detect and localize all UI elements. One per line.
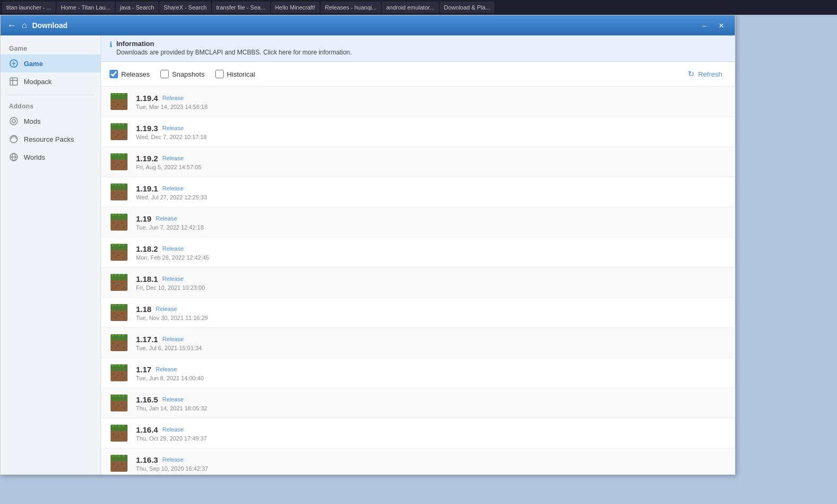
svg-rect-69	[117, 254, 119, 256]
svg-rect-33	[118, 154, 121, 155]
svg-rect-115	[115, 377, 116, 379]
filter-snapshots[interactable]: Snapshots	[160, 70, 204, 78]
sidebar-item-modpack[interactable]: Modpack	[1, 72, 101, 90]
sidebar-item-resource-packs[interactable]: Resource Packs	[1, 130, 101, 148]
refresh-button[interactable]: ↻ Refresh	[684, 67, 726, 81]
version-item[interactable]: 1.19.2 Release Fri, Aug 5, 2022 14:57:05	[101, 147, 735, 177]
svg-rect-59	[121, 222, 123, 224]
svg-rect-98	[115, 334, 116, 336]
svg-rect-71	[115, 256, 116, 258]
sidebar-item-game[interactable]: Game	[1, 54, 101, 72]
version-type: Release	[156, 215, 177, 222]
sidebar-item-worlds[interactable]: Worlds	[1, 148, 101, 166]
version-info: 1.19.1 Release Wed, Jul 27, 2022 12:25:3…	[136, 184, 207, 200]
back-button[interactable]: ←	[7, 20, 16, 31]
svg-rect-15	[121, 102, 123, 103]
version-item[interactable]: 1.16.4 Release Thu, Oct 29, 2020 17:49:3…	[101, 418, 735, 448]
svg-rect-50	[123, 196, 125, 198]
version-info: 1.17 Release Tue, Jun 8, 2021 14:00:40	[136, 365, 204, 381]
version-item[interactable]: 1.18.1 Release Fri, Dec 10, 2021 10:23:0…	[101, 268, 735, 298]
version-item[interactable]: 1.17 Release Tue, Jun 8, 2021 14:00:40	[101, 358, 735, 388]
svg-rect-112	[113, 373, 114, 374]
version-item[interactable]: 1.19.3 Release Wed, Dec 7, 2022 10:17:18	[101, 117, 735, 147]
version-date: Thu, Jan 14, 2021 18:05:32	[136, 405, 207, 411]
svg-rect-124	[117, 405, 119, 407]
svg-rect-145	[113, 463, 114, 465]
svg-rect-105	[123, 347, 125, 349]
main-content: ℹ Information Downloads are provided by …	[101, 35, 735, 474]
info-banner[interactable]: ℹ Information Downloads are provided by …	[101, 35, 735, 62]
taskbar-tab-9[interactable]: Download & Pla...	[440, 2, 494, 13]
sidebar-item-game-label: Game	[24, 60, 43, 68]
taskbar-tab-6[interactable]: Hello Minecraft!	[271, 2, 320, 13]
taskbar-tab-3[interactable]: java - Search	[116, 2, 159, 13]
refresh-label: Refresh	[698, 70, 722, 78]
svg-rect-22	[118, 124, 121, 125]
taskbar-tab-4[interactable]: ShareX - Search	[159, 2, 211, 13]
home-button[interactable]: ⌂	[22, 21, 27, 30]
sidebar-item-mods-label: Mods	[24, 117, 41, 125]
info-body: Downloads are provided by BMCLAPI and MC…	[116, 48, 352, 57]
sidebar-item-mods[interactable]: Mods	[1, 112, 101, 130]
version-info: 1.16.3 Release Thu, Sep 10, 2020 16:42:3…	[136, 455, 208, 472]
svg-rect-78	[122, 274, 124, 276]
version-info: 1.18.2 Release Mon, Feb 28, 2022 12:42:4…	[136, 244, 209, 261]
releases-checkbox[interactable]	[110, 70, 118, 78]
version-name-row: 1.17.1 Release	[136, 335, 202, 344]
svg-rect-54	[115, 214, 116, 216]
filter-historical[interactable]: Historical	[215, 70, 255, 78]
mods-icon	[9, 116, 19, 126]
version-info: 1.17.1 Release Tue, Jul 6, 2021 15:01:34	[136, 335, 202, 351]
refresh-icon: ↻	[688, 69, 695, 79]
svg-rect-48	[121, 192, 123, 194]
svg-rect-28	[123, 136, 125, 138]
version-item[interactable]: 1.17.1 Release Tue, Jul 6, 2021 15:01:34	[101, 328, 735, 358]
version-item[interactable]: 1.16.5 Release Thu, Jan 14, 2021 18:05:3…	[101, 388, 735, 418]
version-item[interactable]: 1.19 Release Tue, Jun 7, 2022 12:42:18	[101, 207, 735, 237]
version-icon	[110, 393, 129, 413]
svg-rect-99	[118, 335, 121, 336]
close-button[interactable]: ✕	[714, 20, 729, 31]
svg-rect-9	[112, 94, 114, 95]
taskbar-tab-7[interactable]: Releases - huanqi...	[321, 2, 381, 13]
version-info: 1.19.3 Release Wed, Dec 7, 2022 10:17:18	[136, 124, 207, 140]
svg-rect-83	[123, 287, 125, 288]
info-title: Information	[116, 40, 352, 48]
taskbar-tab-8[interactable]: android emulator...	[382, 2, 439, 13]
version-item[interactable]: 1.18 Release Tue, Nov 30, 2021 11:16:29	[101, 298, 735, 328]
version-number: 1.19.3	[136, 124, 158, 133]
version-item[interactable]: 1.19.4 Release Tue, Mar 14, 2023 14:56:1…	[101, 87, 735, 117]
version-item[interactable]: 1.16.3 Release Thu, Sep 10, 2020 16:42:3…	[101, 448, 735, 474]
version-name-row: 1.16.3 Release	[136, 455, 208, 464]
taskbar-tab-5[interactable]: transfer file - Sea...	[212, 2, 270, 13]
svg-rect-45	[122, 184, 124, 186]
version-icon	[110, 363, 129, 382]
svg-rect-133	[122, 425, 124, 427]
version-icon	[110, 454, 129, 473]
filter-releases[interactable]: Releases	[110, 70, 150, 78]
historical-checkbox[interactable]	[215, 70, 224, 78]
svg-rect-102	[117, 345, 119, 346]
minimize-button[interactable]: –	[697, 20, 712, 31]
svg-rect-10	[115, 93, 116, 95]
version-type: Release	[156, 366, 177, 372]
svg-rect-138	[123, 437, 125, 439]
svg-rect-55	[118, 214, 121, 216]
version-name-row: 1.16.4 Release	[136, 425, 207, 434]
version-item[interactable]: 1.19.1 Release Wed, Jul 27, 2022 12:25:3…	[101, 177, 735, 207]
version-number: 1.16.4	[136, 425, 158, 434]
version-icon	[110, 92, 129, 111]
svg-rect-21	[115, 123, 116, 125]
svg-rect-132	[118, 425, 121, 427]
taskbar-tab-1[interactable]: titan launcher - ...	[2, 2, 56, 13]
version-type: Release	[162, 396, 184, 402]
taskbar-tab-2[interactable]: Home - Titan Lau...	[57, 2, 115, 13]
svg-rect-12	[122, 93, 124, 95]
info-text-block: Information Downloads are provided by BM…	[116, 40, 352, 57]
version-name-row: 1.19.4 Release	[136, 94, 207, 103]
svg-rect-67	[122, 244, 124, 246]
svg-rect-23	[122, 123, 124, 125]
svg-rect-148	[115, 468, 116, 469]
version-item[interactable]: 1.18.2 Release Mon, Feb 28, 2022 12:42:4…	[101, 237, 735, 268]
snapshots-checkbox[interactable]	[160, 70, 169, 78]
